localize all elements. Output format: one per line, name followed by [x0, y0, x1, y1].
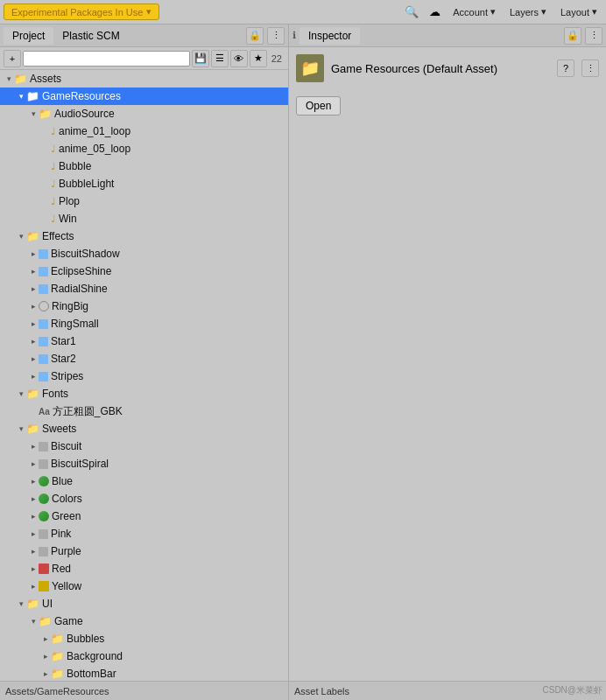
folder-icon: 📁 [51, 668, 64, 680]
tree-item-label: RingSmall [51, 318, 99, 330]
tree-item-biscuit[interactable]: ▸Biscuit [0, 438, 288, 455]
tree-container[interactable]: ▾📁Assets▾📁GameResources▾📁AudioSource♩ani… [0, 70, 288, 681]
prefab-icon [39, 337, 48, 346]
tree-item-yellow[interactable]: ▸Yellow [0, 578, 288, 595]
tree-item-bubblelight[interactable]: ♩BubbleLight [0, 175, 288, 192]
folder-icon: 📁 [26, 423, 39, 435]
tree-item-label: Effects [42, 230, 74, 242]
tab-inspector[interactable]: Inspector [299, 27, 360, 45]
tree-item-gameresources[interactable]: ▾📁GameResources [0, 88, 288, 105]
tree-item-eclipseshine[interactable]: ▸EclipseShine [0, 262, 288, 280]
tree-item-label: RadialShine [51, 283, 108, 295]
tree-item-fangzheng[interactable]: Aa方正粗圆_GBK [0, 402, 288, 420]
tree-item-radialshine[interactable]: ▸RadialShine [0, 280, 288, 298]
tree-item-star1[interactable]: ▸Star1 [0, 332, 288, 350]
asset-question-button[interactable]: ? [557, 60, 574, 77]
tree-item-biscuitspiral[interactable]: ▸BiscuitSpiral [0, 455, 288, 472]
tree-item-bubble[interactable]: ♩Bubble [0, 158, 288, 175]
sprite-icon [39, 529, 48, 539]
tree-item-audiosource[interactable]: ▾📁AudioSource [0, 105, 288, 122]
asset-header: 📁 Game Resources (Default Asset) ? ⋮ [289, 47, 606, 89]
tree-item-purple[interactable]: ▸Purple [0, 542, 288, 560]
eye-button[interactable]: 👁 [230, 50, 248, 67]
cloud-button[interactable]: ☁ [425, 3, 444, 22]
tab-plastic-scm[interactable]: Plastic SCM [53, 27, 128, 45]
prefab-icon [39, 354, 48, 364]
save-search-button[interactable]: 💾 [192, 50, 209, 67]
asset-title: Game Resources (Default Asset) [331, 62, 550, 75]
inspector-more-button[interactable]: ⋮ [585, 27, 602, 45]
lock-button[interactable]: 🔒 [246, 27, 264, 45]
tree-item-bottombar[interactable]: ▸📁BottomBar [0, 665, 288, 681]
tree-item-colors[interactable]: ▸Colors [0, 490, 288, 508]
tree-item-bubbles[interactable]: ▸📁Bubbles [0, 630, 288, 648]
tree-item-ui[interactable]: ▾📁UI [0, 595, 288, 612]
tree-item-star2[interactable]: ▸Star2 [0, 350, 288, 368]
tree-item-anime05[interactable]: ♩anime_05_loop [0, 140, 288, 158]
arrow-icon: ▾ [16, 599, 26, 608]
asset-menu-button[interactable]: ⋮ [581, 60, 599, 77]
inspector-empty-area [289, 122, 606, 681]
tree-item-label: BottomBar [67, 668, 116, 680]
sprite-icon [39, 547, 48, 556]
tree-item-win[interactable]: ♩Win [0, 210, 288, 228]
arrow-icon: ▾ [28, 109, 39, 118]
add-folder-button[interactable]: + [4, 50, 21, 67]
favorites-button[interactable]: ★ [250, 50, 267, 67]
inspector-lock-button[interactable]: 🔒 [564, 27, 581, 45]
tree-item-stripes[interactable]: ▸Stripes [0, 368, 288, 385]
tree-item-effects[interactable]: ▾📁Effects [0, 228, 288, 245]
tree-item-label: UI [42, 598, 53, 610]
tree-item-ringsmall[interactable]: ▸RingSmall [0, 315, 288, 332]
arrow-icon: ▸ [40, 669, 51, 678]
color-sprite-icon [39, 511, 49, 522]
color-sprite-icon [39, 476, 49, 486]
tree-item-sweets[interactable]: ▾📁Sweets [0, 420, 288, 438]
tree-item-assets[interactable]: ▾📁Assets [0, 70, 288, 88]
tree-item-label: AudioSource [54, 108, 115, 120]
tab-project[interactable]: Project [4, 27, 53, 45]
arrow-icon: ▸ [28, 529, 39, 538]
folder-icon: 📁 [26, 388, 39, 400]
prefab-icon [39, 319, 48, 329]
tree-item-green[interactable]: ▸Green [0, 508, 288, 525]
tree-item-anime01[interactable]: ♩anime_01_loop [0, 122, 288, 140]
search-input[interactable] [23, 51, 190, 66]
arrow-icon: ▸ [40, 634, 51, 643]
experimental-label: Experimental Packages In Use [11, 7, 143, 18]
tree-item-ringbig[interactable]: ▸RingBig [0, 298, 288, 315]
tree-item-red[interactable]: ▸Red [0, 560, 288, 578]
prefab-icon [39, 267, 48, 276]
tree-item-biscuitshadow[interactable]: ▸BiscuitShadow [0, 245, 288, 262]
filter-button[interactable]: ☰ [211, 50, 229, 67]
arrow-icon: ▸ [40, 652, 51, 661]
arrow-icon: ▸ [28, 442, 39, 451]
inspector-tab-actions: 🔒 ⋮ [564, 27, 602, 45]
tree-item-label: Biscuit [51, 440, 81, 452]
tree-item-game[interactable]: ▾📁Game [0, 612, 288, 630]
tree-item-plop[interactable]: ♩Plop [0, 192, 288, 210]
arrow-icon: ▸ [28, 284, 39, 293]
left-bottom: Assets/GameResources [0, 681, 288, 700]
account-button[interactable]: Account [447, 4, 501, 19]
more-button[interactable]: ⋮ [267, 27, 285, 45]
tree-item-fonts[interactable]: ▾📁Fonts [0, 385, 288, 402]
sprite-icon [39, 459, 48, 469]
open-button[interactable]: Open [296, 96, 341, 116]
tree-item-label: BiscuitSpiral [51, 458, 109, 470]
folder-icon: 📁 [39, 615, 52, 627]
layout-chevron [592, 6, 597, 18]
right-panel: ℹ Inspector 🔒 ⋮ 📁 Game Resources (Defaul… [289, 24, 606, 700]
layout-button[interactable]: Layout [555, 4, 602, 19]
search-button[interactable]: 🔍 [402, 3, 421, 22]
tree-item-label: Assets [30, 73, 61, 85]
layers-button[interactable]: Layers [504, 4, 552, 19]
folder-icon: 📁 [26, 90, 39, 102]
experimental-badge[interactable]: Experimental Packages In Use [4, 4, 159, 20]
tree-item-blue[interactable]: ▸Blue [0, 472, 288, 490]
audio-icon: ♩ [51, 125, 56, 137]
project-path: Assets/GameResources [5, 686, 109, 696]
tree-item-background[interactable]: ▸📁Background [0, 648, 288, 665]
panel-toolbar: + 💾 ☰ 👁 ★ 22 [0, 47, 288, 70]
tree-item-pink[interactable]: ▸Pink [0, 525, 288, 542]
